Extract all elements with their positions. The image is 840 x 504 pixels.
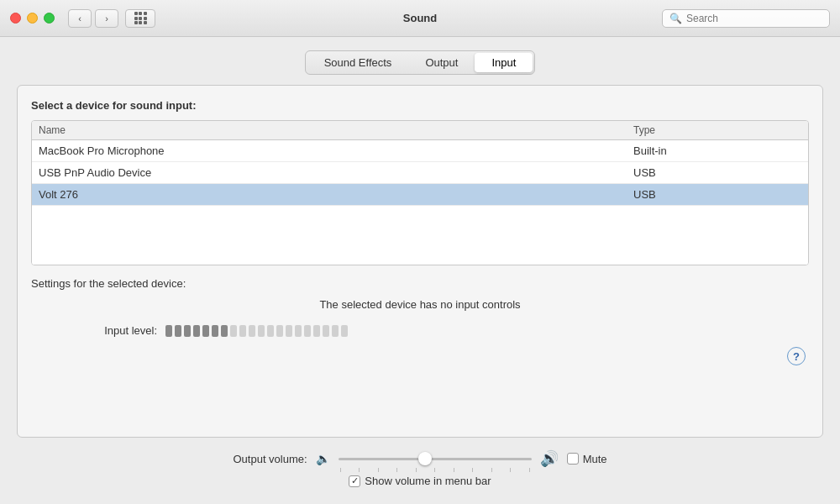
tabs-container: Sound Effects Output Input: [17, 50, 823, 75]
settings-label: Settings for the selected device:: [31, 277, 809, 290]
level-bar-15: [304, 325, 311, 337]
volume-high-icon: 🔊: [540, 449, 559, 468]
forward-button[interactable]: ›: [95, 9, 118, 28]
table-row[interactable]: USB PnP Audio Device USB: [32, 162, 808, 184]
nav-buttons: ‹ ›: [68, 9, 118, 28]
level-bar-9: [249, 325, 255, 337]
main-content: Sound Effects Output Input Select a devi…: [0, 37, 840, 501]
level-bar-18: [332, 325, 339, 337]
level-bar-13: [286, 325, 292, 337]
level-bar-12: [276, 325, 283, 337]
level-bar-19: [341, 325, 348, 337]
search-box[interactable]: 🔍: [662, 9, 830, 28]
output-volume-label: Output volume:: [233, 453, 307, 465]
level-bar-2: [184, 325, 191, 337]
tabs: Sound Effects Output Input: [305, 50, 536, 75]
level-bar-17: [323, 325, 329, 337]
table-row-selected[interactable]: Volt 276 USB: [32, 184, 808, 206]
search-input[interactable]: [686, 13, 822, 24]
input-panel: Select a device for sound input: Name Ty…: [17, 85, 823, 438]
device-type: USB: [633, 166, 801, 179]
show-volume-menubar-checkbox[interactable]: ✓: [349, 475, 360, 487]
device-name: USB PnP Audio Device: [39, 166, 633, 179]
col-name-header: Name: [39, 124, 633, 136]
grid-button[interactable]: [125, 9, 155, 28]
device-table: Name Type MacBook Pro Microphone Built-i…: [31, 120, 809, 265]
level-bar-5: [212, 325, 218, 337]
back-button[interactable]: ‹: [68, 9, 92, 28]
level-bar-1: [175, 325, 181, 337]
device-name: MacBook Pro Microphone: [39, 144, 633, 157]
volume-slider-container: [339, 450, 532, 467]
maximize-button[interactable]: [44, 13, 55, 24]
tab-input[interactable]: Input: [475, 53, 533, 72]
table-empty-space: [32, 206, 808, 265]
level-bar-16: [313, 325, 320, 337]
titlebar: ‹ › Sound 🔍: [0, 0, 840, 37]
level-bar-11: [267, 325, 274, 337]
close-button[interactable]: [10, 13, 21, 24]
search-icon: 🔍: [669, 13, 682, 24]
grid-icon: [134, 12, 147, 24]
help-button[interactable]: ?: [787, 347, 806, 365]
level-bar-7: [230, 325, 237, 337]
section-title: Select a device for sound input:: [31, 99, 809, 112]
volume-row: Output volume: 🔈 🔊 Mute: [233, 449, 606, 468]
minimize-button[interactable]: [27, 13, 38, 24]
level-bar-4: [202, 325, 209, 337]
input-level-row: Input level:: [31, 324, 809, 337]
device-name: Volt 276: [39, 188, 633, 201]
traffic-lights: [10, 13, 55, 24]
level-bar-3: [193, 325, 200, 337]
mute-checkbox[interactable]: [567, 453, 579, 465]
col-type-header: Type: [633, 124, 801, 136]
help-row: ?: [31, 347, 809, 365]
bottom-controls: Output volume: 🔈 🔊 Mute: [17, 449, 823, 487]
menubar-label: Show volume in menu bar: [365, 475, 491, 487]
level-bar-14: [295, 325, 302, 337]
no-controls-message: The selected device has no input control…: [31, 298, 809, 311]
mute-row: Mute: [567, 453, 607, 465]
level-bar-6: [221, 325, 228, 337]
device-type: USB: [633, 188, 801, 201]
level-bars: [165, 325, 348, 337]
table-header: Name Type: [32, 121, 808, 140]
window-title: Sound: [403, 12, 437, 24]
level-bar-10: [258, 325, 265, 337]
volume-ticks: [339, 468, 532, 472]
device-type: Built-in: [633, 144, 801, 157]
level-bar-0: [165, 325, 172, 337]
tab-sound-effects[interactable]: Sound Effects: [307, 53, 409, 72]
level-bar-8: [239, 325, 246, 337]
tab-output[interactable]: Output: [408, 53, 475, 72]
input-level-label: Input level:: [81, 324, 157, 337]
mute-label: Mute: [583, 453, 607, 465]
volume-low-icon: 🔈: [316, 452, 330, 465]
volume-track[interactable]: [339, 458, 532, 460]
volume-thumb[interactable]: [418, 452, 432, 465]
menubar-checkbox-row: ✓ Show volume in menu bar: [349, 475, 491, 487]
table-row[interactable]: MacBook Pro Microphone Built-in: [32, 140, 808, 162]
